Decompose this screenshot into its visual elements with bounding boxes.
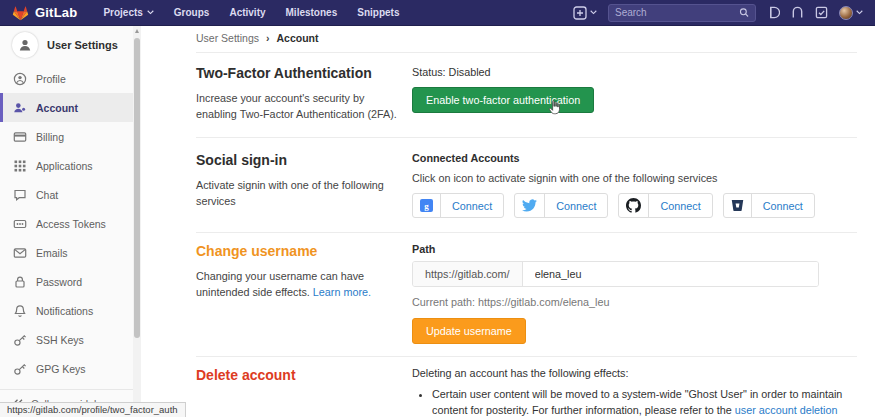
delete-account-intro: Deleting an account has the following ef… [412,367,857,380]
breadcrumb: User Settings › Account [196,26,857,53]
delete-account-title: Delete account [196,367,412,384]
sidebar-item-password[interactable]: Password [0,267,141,296]
gpg-keys-key-icon [13,362,27,376]
delete-account-section: Delete account Deleting an account has t… [196,357,857,417]
username-input-group: https://gitlab.com/ [412,261,819,287]
sidebar-item-ssh-keys[interactable]: SSH Keys [0,325,141,354]
change-username-section: Change username Changing your username c… [196,233,857,357]
profile-icon [13,72,27,86]
billing-icon [13,130,27,144]
two-factor-section: Two-Factor Authentication Increase your … [196,53,857,138]
new-menu-button[interactable] [573,6,597,20]
search-box[interactable] [608,4,756,22]
emails-icon [13,246,27,260]
user-avatar [839,6,853,20]
two-factor-status: Status: Disabled [412,65,857,79]
nav-projects[interactable]: Projects [103,7,153,18]
bitbucket-icon [724,194,752,217]
connected-accounts-description: Click on icon to activate signin with on… [412,172,857,184]
search-icon [739,7,749,18]
path-label: Path [412,243,857,255]
sidebar-item-chat[interactable]: Chat [0,180,141,209]
change-username-title: Change username [196,243,412,260]
nav-activity[interactable]: Activity [229,7,265,18]
gitlab-logo[interactable]: GitLab [12,5,77,21]
connect-google-button[interactable]: g Connect [412,193,504,218]
connect-buttons-row: g Connect Connect Connect [412,193,857,218]
two-factor-description: Increase your account's security by enab… [196,90,404,122]
main-content: User Settings › Account Two-Factor Authe… [141,26,875,417]
delete-effect-item: Certain user content will be moved to a … [432,386,857,417]
issues-button[interactable] [767,6,780,19]
account-icon [13,101,27,115]
plus-icon [573,6,587,20]
nav-snippets[interactable]: Snippets [357,7,399,18]
breadcrumb-user-settings[interactable]: User Settings [196,32,259,44]
sidebar-item-account[interactable]: Account [0,93,141,122]
ssh-keys-key-icon [13,333,27,347]
sidebar-item-applications[interactable]: Applications [0,151,141,180]
delete-effects-list: Certain user content will be moved to a … [412,386,857,417]
breadcrumb-account[interactable]: Account [277,32,319,44]
nav-groups[interactable]: Groups [174,7,210,18]
merge-requests-button[interactable] [791,6,804,19]
brand-name: GitLab [35,5,77,20]
current-path-text: Current path: https://gitlab.com/elena_l… [412,296,857,308]
username-input[interactable] [523,262,818,286]
search-input[interactable] [615,7,739,18]
sidebar-item-notifications[interactable]: Notifications [0,296,141,325]
sidebar-title: User Settings [0,26,141,64]
enable-two-factor-button[interactable]: Enable two-factor authentication [412,87,594,113]
connected-accounts-title: Connected Accounts [412,152,857,165]
todo-check-icon [815,6,828,19]
scrollbar-thumb[interactable] [134,38,140,338]
tanuki-icon [12,5,29,21]
chevron-down-icon [147,10,154,15]
sidebar-item-gpg-keys[interactable]: GPG Keys [0,354,141,383]
connect-bitbucket-button[interactable]: Connect [723,193,815,218]
sidebar-item-profile[interactable]: Profile [0,64,141,93]
link-url-statusbar: https://gitlab.com/profile/two_factor_au… [0,402,186,417]
settings-sidebar: User Settings Profile Account Billing Ap… [0,26,141,417]
sidebar-item-emails[interactable]: Emails [0,238,141,267]
update-username-button[interactable]: Update username [412,318,526,344]
social-signin-title: Social sign-in [196,152,412,169]
todos-button[interactable] [815,6,828,19]
user-settings-avatar-icon [12,32,38,58]
chevron-down-icon [856,10,863,15]
top-navigation-bar: GitLab Projects Groups Activity Mileston… [0,0,875,26]
google-icon: g [413,194,441,217]
sidebar-item-access-tokens[interactable]: Access Tokens [0,209,141,238]
connect-twitter-button[interactable]: Connect [514,193,608,218]
issues-icon [767,6,780,19]
connect-github-button[interactable]: Connect [618,193,712,218]
social-signin-description: Activate signin with one of the followin… [196,177,404,209]
url-prefix: https://gitlab.com/ [413,262,523,286]
notifications-bell-icon [13,304,27,318]
merge-request-icon [791,6,804,19]
breadcrumb-separator: › [266,32,270,44]
sidebar-item-billing[interactable]: Billing [0,122,141,151]
password-lock-icon [13,275,27,289]
nav-milestones[interactable]: Milestones [286,7,338,18]
two-factor-title: Two-Factor Authentication [196,65,412,82]
learn-more-link[interactable]: Learn more. [313,286,371,298]
sidebar-scrollbar[interactable] [133,26,141,417]
user-menu-button[interactable] [839,6,863,20]
chevron-down-icon [590,10,597,15]
twitter-icon [515,194,545,217]
github-icon [619,194,649,217]
access-tokens-icon [13,217,27,231]
applications-icon [13,159,27,173]
change-username-description: Changing your username can have unintend… [196,268,404,300]
scrollbar-up-arrow[interactable] [135,29,139,33]
social-signin-section: Social sign-in Activate signin with one … [196,138,857,233]
chat-icon [13,188,27,202]
